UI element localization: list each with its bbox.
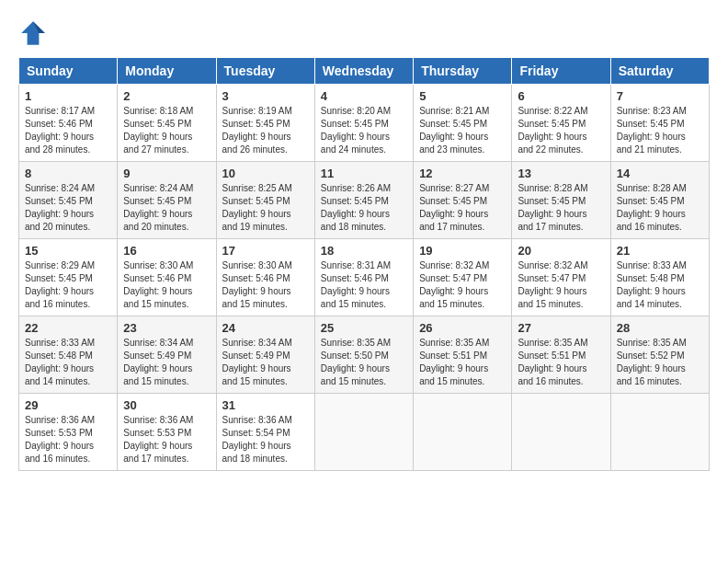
calendar-cell: 21 Sunrise: 8:33 AMSunset: 5:48 PMDaylig… bbox=[610, 239, 709, 316]
day-info: Sunrise: 8:23 AMSunset: 5:45 PMDaylight:… bbox=[617, 106, 687, 155]
week-row-5: 29 Sunrise: 8:36 AMSunset: 5:53 PMDaylig… bbox=[19, 394, 710, 471]
day-info: Sunrise: 8:32 AMSunset: 5:47 PMDaylight:… bbox=[518, 260, 587, 309]
day-info: Sunrise: 8:19 AMSunset: 5:45 PMDaylight:… bbox=[222, 106, 292, 155]
day-info: Sunrise: 8:31 AMSunset: 5:46 PMDaylight:… bbox=[321, 260, 391, 309]
day-number: 14 bbox=[617, 167, 703, 180]
day-info: Sunrise: 8:35 AMSunset: 5:51 PMDaylight:… bbox=[419, 338, 489, 386]
day-number: 29 bbox=[25, 398, 111, 412]
day-info: Sunrise: 8:33 AMSunset: 5:48 PMDaylight:… bbox=[617, 260, 687, 309]
day-info: Sunrise: 8:36 AMSunset: 5:53 PMDaylight:… bbox=[123, 415, 193, 464]
day-info: Sunrise: 8:22 AMSunset: 5:45 PMDaylight:… bbox=[518, 106, 587, 155]
day-number: 18 bbox=[321, 244, 407, 258]
calendar-cell: 7 Sunrise: 8:23 AMSunset: 5:45 PMDayligh… bbox=[610, 85, 709, 162]
day-info: Sunrise: 8:17 AMSunset: 5:46 PMDaylight:… bbox=[25, 106, 95, 155]
header-friday: Friday bbox=[512, 58, 610, 85]
calendar-cell: 13 Sunrise: 8:28 AMSunset: 5:45 PMDaylig… bbox=[512, 162, 610, 239]
calendar-cell: 14 Sunrise: 8:28 AMSunset: 5:45 PMDaylig… bbox=[610, 162, 709, 239]
day-number: 1 bbox=[25, 89, 111, 103]
calendar-cell: 31 Sunrise: 8:36 AMSunset: 5:54 PMDaylig… bbox=[216, 394, 314, 471]
calendar-cell: 26 Sunrise: 8:35 AMSunset: 5:51 PMDaylig… bbox=[414, 316, 512, 394]
week-row-4: 22 Sunrise: 8:33 AMSunset: 5:48 PMDaylig… bbox=[19, 316, 710, 394]
calendar-cell: 6 Sunrise: 8:22 AMSunset: 5:45 PMDayligh… bbox=[512, 85, 610, 162]
day-number: 6 bbox=[518, 89, 604, 103]
calendar-cell: 16 Sunrise: 8:30 AMSunset: 5:46 PMDaylig… bbox=[118, 239, 216, 316]
day-number: 20 bbox=[518, 244, 604, 258]
calendar-cell: 20 Sunrise: 8:32 AMSunset: 5:47 PMDaylig… bbox=[512, 239, 610, 316]
calendar-cell: 8 Sunrise: 8:24 AMSunset: 5:45 PMDayligh… bbox=[19, 162, 118, 239]
day-number: 16 bbox=[123, 244, 210, 258]
calendar-cell: 9 Sunrise: 8:24 AMSunset: 5:45 PMDayligh… bbox=[118, 162, 216, 239]
day-info: Sunrise: 8:32 AMSunset: 5:47 PMDaylight:… bbox=[419, 260, 489, 309]
day-info: Sunrise: 8:30 AMSunset: 5:46 PMDaylight:… bbox=[222, 260, 292, 309]
calendar-cell: 19 Sunrise: 8:32 AMSunset: 5:47 PMDaylig… bbox=[414, 239, 512, 316]
day-number: 7 bbox=[617, 89, 703, 103]
calendar-header-row: SundayMondayTuesdayWednesdayThursdayFrid… bbox=[19, 58, 710, 85]
calendar-cell: 27 Sunrise: 8:35 AMSunset: 5:51 PMDaylig… bbox=[512, 316, 610, 394]
day-info: Sunrise: 8:33 AMSunset: 5:48 PMDaylight:… bbox=[25, 338, 95, 386]
header-thursday: Thursday bbox=[414, 58, 512, 85]
header-wednesday: Wednesday bbox=[314, 58, 413, 85]
calendar-cell: 5 Sunrise: 8:21 AMSunset: 5:45 PMDayligh… bbox=[414, 85, 512, 162]
day-number: 9 bbox=[123, 167, 210, 180]
day-info: Sunrise: 8:35 AMSunset: 5:52 PMDaylight:… bbox=[617, 338, 687, 386]
header-monday: Monday bbox=[118, 58, 216, 85]
day-number: 17 bbox=[222, 244, 309, 258]
calendar-cell: 18 Sunrise: 8:31 AMSunset: 5:46 PMDaylig… bbox=[314, 239, 413, 316]
day-info: Sunrise: 8:35 AMSunset: 5:50 PMDaylight:… bbox=[321, 338, 391, 386]
day-info: Sunrise: 8:34 AMSunset: 5:49 PMDaylight:… bbox=[123, 338, 193, 386]
day-info: Sunrise: 8:21 AMSunset: 5:45 PMDaylight:… bbox=[419, 106, 489, 155]
week-row-1: 1 Sunrise: 8:17 AMSunset: 5:46 PMDayligh… bbox=[19, 85, 710, 162]
calendar-cell: 23 Sunrise: 8:34 AMSunset: 5:49 PMDaylig… bbox=[118, 316, 216, 394]
day-number: 26 bbox=[419, 321, 506, 335]
day-info: Sunrise: 8:20 AMSunset: 5:45 PMDaylight:… bbox=[321, 106, 391, 155]
day-number: 24 bbox=[222, 321, 309, 335]
day-number: 30 bbox=[123, 398, 210, 412]
day-info: Sunrise: 8:34 AMSunset: 5:49 PMDaylight:… bbox=[222, 338, 292, 386]
calendar-body: 1 Sunrise: 8:17 AMSunset: 5:46 PMDayligh… bbox=[19, 85, 710, 471]
calendar-cell: 15 Sunrise: 8:29 AMSunset: 5:45 PMDaylig… bbox=[19, 239, 118, 316]
day-info: Sunrise: 8:24 AMSunset: 5:45 PMDaylight:… bbox=[123, 183, 193, 232]
header-saturday: Saturday bbox=[610, 58, 709, 85]
calendar-cell: 17 Sunrise: 8:30 AMSunset: 5:46 PMDaylig… bbox=[216, 239, 314, 316]
day-info: Sunrise: 8:25 AMSunset: 5:45 PMDaylight:… bbox=[222, 183, 292, 232]
day-number: 15 bbox=[25, 244, 111, 258]
day-info: Sunrise: 8:30 AMSunset: 5:46 PMDaylight:… bbox=[123, 260, 193, 309]
week-row-2: 8 Sunrise: 8:24 AMSunset: 5:45 PMDayligh… bbox=[19, 162, 710, 239]
calendar-cell bbox=[314, 394, 413, 471]
day-number: 10 bbox=[222, 167, 309, 180]
day-number: 4 bbox=[321, 89, 407, 103]
header-sunday: Sunday bbox=[19, 58, 118, 85]
calendar-cell: 12 Sunrise: 8:27 AMSunset: 5:45 PMDaylig… bbox=[414, 162, 512, 239]
week-row-3: 15 Sunrise: 8:29 AMSunset: 5:45 PMDaylig… bbox=[19, 239, 710, 316]
calendar-cell: 25 Sunrise: 8:35 AMSunset: 5:50 PMDaylig… bbox=[314, 316, 413, 394]
day-number: 12 bbox=[419, 167, 506, 180]
logo bbox=[18, 18, 51, 48]
header bbox=[18, 15, 710, 48]
calendar-cell: 28 Sunrise: 8:35 AMSunset: 5:52 PMDaylig… bbox=[610, 316, 709, 394]
calendar-cell: 3 Sunrise: 8:19 AMSunset: 5:45 PMDayligh… bbox=[216, 85, 314, 162]
calendar-cell: 11 Sunrise: 8:26 AMSunset: 5:45 PMDaylig… bbox=[314, 162, 413, 239]
calendar-cell: 24 Sunrise: 8:34 AMSunset: 5:49 PMDaylig… bbox=[216, 316, 314, 394]
day-number: 22 bbox=[25, 321, 111, 335]
day-number: 19 bbox=[419, 244, 506, 258]
day-info: Sunrise: 8:18 AMSunset: 5:45 PMDaylight:… bbox=[123, 106, 193, 155]
day-info: Sunrise: 8:36 AMSunset: 5:53 PMDaylight:… bbox=[25, 415, 95, 464]
calendar-cell: 22 Sunrise: 8:33 AMSunset: 5:48 PMDaylig… bbox=[19, 316, 118, 394]
calendar-cell: 4 Sunrise: 8:20 AMSunset: 5:45 PMDayligh… bbox=[314, 85, 413, 162]
day-number: 11 bbox=[321, 167, 407, 180]
day-number: 2 bbox=[123, 89, 210, 103]
day-number: 31 bbox=[222, 398, 309, 412]
day-number: 28 bbox=[617, 321, 703, 335]
day-info: Sunrise: 8:28 AMSunset: 5:45 PMDaylight:… bbox=[617, 183, 687, 232]
day-info: Sunrise: 8:28 AMSunset: 5:45 PMDaylight:… bbox=[518, 183, 587, 232]
day-number: 3 bbox=[222, 89, 309, 103]
calendar-cell: 30 Sunrise: 8:36 AMSunset: 5:53 PMDaylig… bbox=[118, 394, 216, 471]
calendar-cell: 10 Sunrise: 8:25 AMSunset: 5:45 PMDaylig… bbox=[216, 162, 314, 239]
day-number: 25 bbox=[321, 321, 407, 335]
calendar-cell bbox=[414, 394, 512, 471]
day-number: 5 bbox=[419, 89, 506, 103]
day-info: Sunrise: 8:27 AMSunset: 5:45 PMDaylight:… bbox=[419, 183, 489, 232]
day-info: Sunrise: 8:29 AMSunset: 5:45 PMDaylight:… bbox=[25, 260, 95, 309]
calendar: SundayMondayTuesdayWednesdayThursdayFrid… bbox=[18, 57, 710, 471]
calendar-cell: 2 Sunrise: 8:18 AMSunset: 5:45 PMDayligh… bbox=[118, 85, 216, 162]
